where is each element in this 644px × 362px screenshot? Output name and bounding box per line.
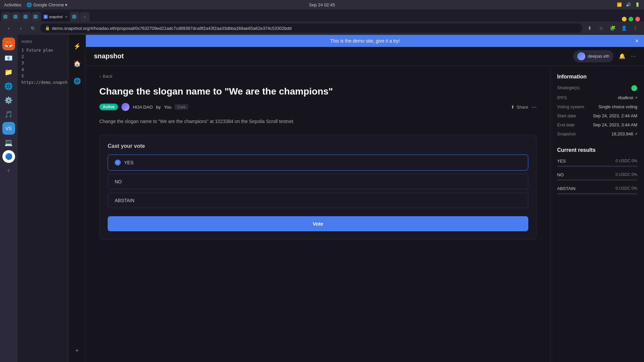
chrome-app-icon[interactable]: 🔵 [2,150,15,163]
close-btn[interactable] [635,17,640,21]
os-sidebar: 🦊 📧 📁 🌐 ⚙️ 🎵 VS 💻 🔵 + [0,35,17,362]
snapshot-value[interactable]: 18,203,946 ↗ [611,131,637,136]
volume-icon: 🔊 [626,2,631,7]
ipfs-row: IPFS #bafkrei ↗ [557,95,637,100]
app-icon-1[interactable]: 📧 [2,52,15,64]
notes-content[interactable]: 1 Future plan 2 3 4 5 https://demo.snaps… [17,45,68,88]
app-icon-6[interactable]: VS [2,122,15,135]
snapshot-label: Snapshot [557,131,576,136]
results-no: NO 0 USDC 0% [557,172,637,181]
app-icon-2[interactable]: 📁 [2,66,15,78]
abstain-label: ABSTAIN [115,198,135,203]
vote-option-abstain[interactable]: ABSTAIN [108,193,528,208]
results-section: Current results YES 0 USDC 0% NO [557,147,637,194]
activities-label[interactable]: Activities [4,2,21,7]
demo-banner-close[interactable]: × [635,38,639,45]
abstain-result-val: 0 USDC 0% [615,186,637,191]
share-icon[interactable]: ⬆ [585,23,594,33]
abstain-bar-bg [557,193,637,194]
strategies-value [631,85,637,91]
user-avatar [577,52,585,60]
dao-avatar [121,103,129,111]
share-icon: ⬆ [511,105,515,110]
url-text: demo.snapshot.org/#/hoadao.eth/proposal/… [52,26,291,31]
share-label: Share [517,105,528,110]
url-bar[interactable]: 🔒 demo.snapshot.org/#/hoadao.eth/proposa… [40,23,582,33]
sidebar-add-icon[interactable]: + [71,345,83,357]
start-date-value: Sep 24, 2023, 2:44 AM [593,113,637,118]
demo-banner-text: This is the demo site, give it a try! [330,38,400,44]
more-button[interactable]: ··· [532,104,537,111]
firefox-icon[interactable]: 🦊 [2,38,15,50]
notes-panel: notes 1 Future plan 2 3 4 5 https://demo… [17,35,68,362]
share-button[interactable]: ⬆ Share [511,105,528,110]
snapshot-row: Snapshot 18,203,946 ↗ [557,131,637,136]
back-arrow: ‹ [99,74,101,79]
vote-option-no[interactable]: NO [108,174,528,189]
main-layout: 🦊 📧 📁 🌐 ⚙️ 🎵 VS 💻 🔵 + notes 1 Future pla… [0,35,644,362]
tab-snapshot[interactable]: S snapshot × [42,12,69,21]
proposal-meta: Active HOA DAO by You Core ⬆ Share ··· [99,103,537,111]
results-abstain: ABSTAIN 0 USDC 0% [557,186,637,194]
tab-4[interactable]: 🌐 [32,12,41,21]
bookmark-icon[interactable]: ☆ [596,23,606,33]
app-icon-3[interactable]: 🌐 [2,80,15,93]
forward-btn[interactable]: › [16,23,25,33]
app-icon-5[interactable]: 🎵 [2,108,15,121]
vote-button[interactable]: Vote [108,216,528,231]
snapshot-sidebar: ⚡ 🏠 🌐 + [68,35,86,362]
top-nav: snapshot deepas.eth 🔔 ··· [86,47,644,66]
app-icon-4[interactable]: ⚙️ [2,94,15,107]
sidebar-globe-icon[interactable]: 🌐 [71,75,83,87]
demo-banner: This is the demo site, give it a try! × [86,35,644,47]
end-date-value: Sep 24, 2023, 3:44 AM [593,122,637,127]
more-options[interactable]: ··· [631,53,636,60]
author-name[interactable]: You [164,105,171,110]
vote-option-yes[interactable]: ✓ YES [108,155,528,171]
tab-3[interactable]: 🌐 [21,12,31,21]
notes-title: notes [17,38,68,45]
end-date-row: End date Sep 24, 2023, 3:44 AM [557,122,637,127]
ipfs-value[interactable]: #bafkrei ↗ [618,95,637,100]
tab-new[interactable]: + [80,12,90,21]
notification-bell[interactable]: 🔔 [619,53,626,59]
power-icon: 🔋 [635,2,640,7]
information-section: Information Strategie(s) IPFS #bafkrei ↗ [557,74,637,136]
content-area: ‹ Back Change the slogan name to "We are… [86,66,644,362]
tab-1[interactable]: 🌐 [1,12,11,21]
os-tray: 📶 🔊 🔋 [617,2,640,7]
minimize-btn[interactable] [622,17,627,21]
back-link[interactable]: ‹ Back [99,74,537,79]
strategies-row: Strategie(s) [557,85,637,91]
tab-6[interactable]: 🌐 [70,12,79,21]
network-icon: 📶 [617,2,622,7]
info-sidebar: Information Strategie(s) IPFS #bafkrei ↗ [550,66,644,362]
maximize-btn[interactable] [629,17,633,21]
proposal-description: Change the slogan name to "We are the ch… [99,118,537,125]
no-result-label: NO [557,172,564,177]
results-yes: YES 0 USDC 0% [557,159,637,167]
profile-icon[interactable]: 👤 [619,23,629,33]
sidebar-home-icon[interactable]: 🏠 [71,58,83,70]
vote-card: Cast your vote ✓ YES NO ABSTAIN Vote [99,135,537,240]
refresh-btn[interactable]: ↻ [28,23,38,33]
chrome-label[interactable]: 🌐 Google Chrome ▾ [26,2,67,7]
role-badge: Core [175,104,188,110]
snapshot-external-icon: ↗ [635,132,637,136]
menu-icon[interactable]: ⋮ [631,23,640,33]
browser: 🌐 🌐 🌐 🌐 S snapshot × 🌐 + ‹ › ↻ 🔒 demo.sn… [0,9,644,35]
page-content: This is the demo site, give it a try! × … [86,35,644,362]
user-pill[interactable]: deepas.eth [573,50,613,62]
add-app-icon[interactable]: + [2,164,15,177]
dao-name[interactable]: HOA DAO [133,105,153,110]
abstain-result-label: ABSTAIN [557,186,576,191]
terminal-icon[interactable]: 💻 [2,136,15,149]
snapshot-logo: snapshot [94,52,124,60]
window-controls[interactable] [619,17,643,21]
results-title: Current results [557,147,637,153]
back-btn[interactable]: ‹ [4,23,13,33]
tab-2[interactable]: 🌐 [11,12,21,21]
extension-icon[interactable]: 🧩 [608,23,617,33]
sidebar-activity-icon[interactable]: ⚡ [71,40,83,52]
information-title: Information [557,74,637,80]
